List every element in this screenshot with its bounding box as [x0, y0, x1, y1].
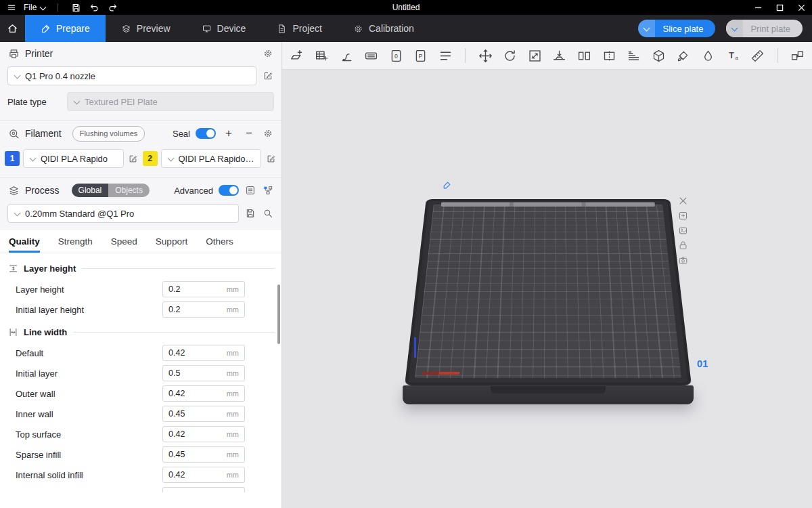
plate-edit-icon[interactable] [443, 180, 451, 192]
text-shape-icon[interactable]: Ta [725, 47, 741, 64]
tab-support[interactable]: Support [156, 236, 187, 253]
param-input[interactable]: 0.2 mm [162, 281, 245, 297]
group-line-width: Line width [0, 320, 281, 343]
object-structure-icon[interactable] [262, 184, 274, 196]
measure-icon[interactable] [750, 47, 766, 64]
tab-quality[interactable]: Quality [9, 236, 40, 253]
tab-speed[interactable]: Speed [111, 236, 137, 253]
param-unit: mm [227, 389, 239, 398]
tab-calibration[interactable]: Calibration [338, 15, 430, 42]
scope-objects[interactable]: Objects [108, 184, 150, 197]
bed-texture-icon[interactable] [363, 47, 380, 64]
advanced-toggle[interactable] [219, 185, 239, 196]
undo-icon[interactable] [88, 2, 100, 13]
filament-settings-icon[interactable] [262, 127, 274, 140]
param-label: Initial layer height [16, 305, 162, 315]
plate-preview-icon[interactable] [677, 254, 689, 266]
flushing-volumes-button[interactable]: Flushing volumes [72, 126, 145, 142]
plate-type-select[interactable]: Textured PEI Plate [67, 92, 274, 111]
tab-project[interactable]: Project [261, 15, 338, 42]
edit-filament-2-icon[interactable] [265, 152, 277, 165]
assembly-view-icon[interactable] [790, 47, 806, 64]
origin-z-axis [414, 337, 416, 358]
seal-toggle[interactable] [196, 128, 216, 139]
remove-filament-button[interactable]: − [242, 126, 256, 141]
slice-plate-button[interactable]: Slice plate [638, 20, 715, 37]
tab-device[interactable]: Device [186, 15, 262, 42]
slice-options-button[interactable] [638, 20, 655, 37]
plate-toolbar [677, 194, 689, 266]
mesh-boolean-icon[interactable] [651, 47, 667, 64]
redo-icon[interactable] [106, 2, 118, 13]
param-input[interactable]: 0.42 mm [162, 345, 245, 361]
build-plate[interactable]: 01 [405, 196, 692, 404]
wipe-tower-icon[interactable] [338, 47, 355, 64]
tab-strength[interactable]: Strength [58, 236, 93, 253]
tab-label: Project [292, 23, 322, 34]
printer-settings-icon[interactable] [262, 47, 274, 60]
menu-icon[interactable] [5, 2, 18, 13]
scope-segmented-control[interactable]: Global Objects [72, 184, 150, 197]
scale-icon[interactable] [526, 47, 543, 64]
home-button[interactable] [0, 15, 25, 42]
object-list-icon[interactable] [438, 47, 454, 64]
filament-2-swatch[interactable]: 2 [143, 151, 158, 166]
add-filament-button[interactable]: + [221, 126, 236, 141]
process-preset-value: 0.20mm Standard @Q1 Pro [25, 209, 134, 219]
add-plate-icon[interactable] [289, 47, 305, 64]
param-input[interactable]: 0.5 mm [162, 365, 245, 381]
split-to-parts-icon[interactable] [601, 47, 617, 64]
support-paint-icon[interactable] [675, 47, 692, 64]
param-input[interactable]: 0.42 mm [162, 467, 245, 483]
rotate-icon[interactable] [502, 47, 518, 64]
plate-type-label: Plate type [7, 97, 62, 107]
print-plate-button[interactable]: Print plate [726, 20, 803, 37]
edit-printer-icon[interactable] [262, 70, 274, 82]
param-input[interactable]: 0.42 mm [162, 426, 245, 442]
split-to-objects-icon[interactable] [577, 47, 593, 64]
parameter-list-icon[interactable] [244, 184, 256, 196]
filament-2-select[interactable]: QIDI PLA Rapido M... [161, 149, 262, 168]
lock-plate-icon[interactable] [677, 239, 689, 251]
filament-1-swatch[interactable]: 1 [5, 151, 20, 166]
file-menu[interactable]: File [24, 3, 46, 12]
param-input[interactable]: 0.45 mm [162, 406, 245, 422]
param-unit: mm [227, 349, 239, 357]
variable-layer-height-icon[interactable] [626, 47, 642, 64]
build-plate-surface[interactable] [405, 199, 692, 385]
maximize-button[interactable] [769, 0, 790, 15]
printer-preset-select[interactable]: Q1 Pro 0.4 nozzle [7, 66, 256, 85]
minimize-button[interactable] [747, 0, 769, 15]
filament-1-select[interactable]: QIDI PLA Rapido [23, 149, 124, 168]
save-preset-icon[interactable] [244, 207, 256, 219]
color-paint-icon[interactable] [700, 47, 717, 64]
search-icon[interactable] [262, 207, 274, 219]
tab-prepare[interactable]: Prepare [25, 15, 106, 42]
advanced-label: Advanced [174, 186, 213, 196]
edit-filament-1-icon[interactable] [127, 152, 139, 165]
plate-settings-icon[interactable] [677, 209, 689, 221]
plate-name-icon[interactable] [677, 224, 689, 236]
param-input[interactable]: 0.42 mm [162, 385, 245, 402]
param-input[interactable]: 0.2 mm [162, 301, 245, 318]
save-project-icon[interactable] [70, 2, 82, 13]
close-button[interactable] [790, 0, 812, 15]
label-objects-icon[interactable]: 0 [388, 47, 404, 64]
scope-global[interactable]: Global [72, 184, 109, 197]
lay-on-face-icon[interactable] [551, 47, 568, 64]
param-input[interactable]: 0.45 mm [162, 446, 245, 463]
tab-preview[interactable]: Preview [106, 15, 186, 42]
process-tabs: Quality Strength Speed Support Others [0, 230, 281, 253]
print-options-button[interactable] [726, 20, 743, 37]
delete-plate-icon[interactable] [677, 194, 689, 207]
tab-others[interactable]: Others [206, 236, 233, 253]
param-label: Inner wall [16, 409, 162, 419]
panel-scrollbar[interactable] [277, 284, 280, 344]
flushing-grid-icon[interactable] [314, 47, 330, 64]
move-icon[interactable] [477, 47, 493, 64]
process-preset-select[interactable]: 0.20mm Standard @Q1 Pro [7, 204, 239, 223]
plate-parameter-icon[interactable]: P [413, 47, 429, 64]
layer-height-icon [7, 262, 19, 274]
viewport-3d[interactable]: 01 [283, 70, 812, 508]
svg-text:T: T [729, 51, 734, 60]
